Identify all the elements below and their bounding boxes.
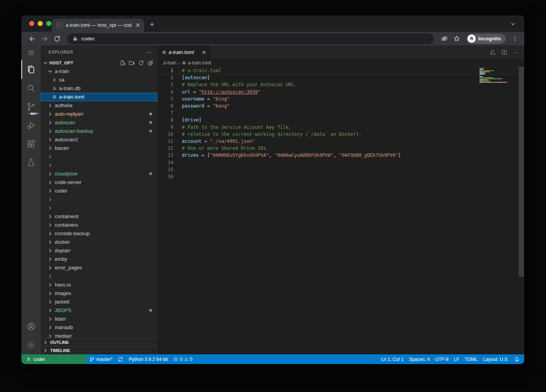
code-line-13[interactable]: 13drives = ["0AMdbDu5YgKbsUk9PVA", "0AN6…: [157, 152, 524, 159]
eol-status[interactable]: LF: [451, 354, 462, 364]
browser-menu-kebab-icon[interactable]: ⋮: [509, 35, 520, 42]
source-control-icon[interactable]: 9K+: [21, 97, 41, 116]
code-line-9[interactable]: 9# Path to the Service Account key file,: [157, 124, 524, 131]
editor-more-actions-icon[interactable]: ⋯: [513, 49, 519, 56]
code-line-6[interactable]: 6password = "bang": [157, 102, 524, 109]
tree-file-a-train.db[interactable]: a-train.db: [41, 84, 157, 93]
keyboard-layout-status[interactable]: Layout: U.S.: [480, 354, 511, 364]
code-line-7[interactable]: 7: [157, 109, 524, 116]
language-mode-status[interactable]: TOML: [462, 354, 480, 364]
tree-folder-unnamed[interactable]: [41, 195, 157, 204]
tree-folder-mariadb[interactable]: mariadb: [41, 323, 157, 332]
encoding-status[interactable]: UTF-8: [433, 354, 451, 364]
code-line-3[interactable]: 3# Replace the URL with your Autoscan UR…: [157, 81, 524, 88]
refresh-icon[interactable]: [138, 60, 144, 66]
breadcrumb-file[interactable]: a-train.toml: [188, 60, 211, 66]
breadcrumb[interactable]: a-train › ⚙ a-train.toml: [157, 59, 524, 67]
tree-folder-autoscan2[interactable]: autoscan2: [41, 135, 157, 144]
tree-folder-cloudplow[interactable]: cloudplow: [41, 170, 157, 178]
tree-folder-unnamed[interactable]: [41, 153, 157, 161]
git-branch-status[interactable]: master*: [87, 354, 115, 364]
reload-button[interactable]: [52, 33, 63, 44]
problems-status[interactable]: 0 ⚠ 0: [171, 354, 195, 364]
testing-beaker-icon[interactable]: [21, 153, 41, 172]
collapse-all-icon[interactable]: [147, 60, 154, 66]
tree-folder-images[interactable]: images: [41, 289, 157, 298]
editor-scrollbar[interactable]: [519, 67, 524, 277]
cursor-position-status[interactable]: Ln 1, Col 1: [378, 354, 406, 364]
tree-folder-coder[interactable]: coder: [41, 187, 157, 195]
tree-folder-auto-replyarr[interactable]: auto-replyarr: [41, 110, 157, 118]
tree-folder-crontab-backup[interactable]: crontab-backup: [41, 229, 157, 238]
tree-folder-jackett[interactable]: jackett: [41, 298, 157, 306]
code-line-14[interactable]: 14: [157, 159, 524, 166]
editor-tab[interactable]: ⚙ a-train.toml ✕: [157, 45, 210, 59]
sidebar-more-actions-icon[interactable]: ⋯: [146, 49, 152, 55]
settings-gear-icon[interactable]: [21, 336, 41, 354]
new-tab-button[interactable]: +: [150, 20, 154, 29]
new-folder-icon[interactable]: [129, 60, 135, 66]
indentation-status[interactable]: Spaces: 4: [406, 354, 432, 364]
tree-folder-unnamed[interactable]: [41, 161, 157, 170]
code-line-8[interactable]: 8[drive]: [157, 116, 524, 123]
workspace-section-header[interactable]: HOST_OPT: [41, 59, 157, 67]
run-debug-icon[interactable]: [21, 116, 41, 135]
code-editor[interactable]: 1# a-train.toml2[autoscan]3# Replace the…: [157, 67, 524, 354]
tree-folder-containers[interactable]: containers: [41, 221, 157, 229]
tree-folder-JBOPS[interactable]: JBOPS: [41, 306, 157, 315]
breadcrumb-folder[interactable]: a-train: [163, 60, 176, 66]
timeline-section[interactable]: TIMELINE: [41, 346, 157, 354]
extensions-icon[interactable]: [21, 135, 41, 153]
split-editor-icon[interactable]: [501, 49, 508, 56]
code-line-2[interactable]: 2[autoscan]: [157, 74, 524, 81]
tree-folder-error_pages[interactable]: error_pages: [41, 264, 157, 272]
editor-tab-close-icon[interactable]: ✕: [202, 49, 206, 56]
tree-folder-hass.io[interactable]: hass.io: [41, 281, 157, 289]
back-button[interactable]: [27, 33, 38, 44]
tree-folder-unnamed[interactable]: [41, 272, 157, 281]
tree-file-a-train.toml[interactable]: ⚙a-train.toml: [41, 93, 157, 101]
tree-folder-unnamed[interactable]: [41, 204, 157, 212]
tab-close-icon[interactable]: ✕: [135, 22, 140, 29]
search-icon[interactable]: [21, 79, 41, 97]
outline-section[interactable]: OUTLINE: [41, 338, 157, 346]
code-line-5[interactable]: 5username = "bing": [157, 95, 524, 102]
tree-folder-authelia[interactable]: authelia: [41, 101, 157, 110]
tree-folder-lidarr[interactable]: lidarr: [41, 315, 157, 323]
tree-folder-emby[interactable]: emby: [41, 255, 157, 264]
tree-folder-autoscan-backup[interactable]: autoscan-backup: [41, 127, 157, 135]
minimize-window-button[interactable]: [38, 21, 43, 26]
close-window-button[interactable]: [29, 21, 34, 26]
browser-tab[interactable]: a-train.toml — host_opt — cod ✕: [52, 19, 144, 32]
forward-button[interactable]: [39, 33, 50, 44]
url-bar[interactable]: coder.: [67, 33, 434, 44]
eye-blocked-icon[interactable]: [439, 33, 450, 44]
tree-folder-code-server[interactable]: code-server: [41, 178, 157, 187]
tree-folder-containerd[interactable]: containerd: [41, 212, 157, 221]
tree-folder-mediarr[interactable]: mediarr: [41, 332, 157, 338]
sync-status[interactable]: [115, 354, 126, 364]
new-file-icon[interactable]: [119, 60, 126, 66]
tree-folder-doplarr[interactable]: doplarr: [41, 246, 157, 255]
tree-folder-autoscan[interactable]: autoscan: [41, 118, 157, 127]
code-line-10[interactable]: 10# relative to the current working dire…: [157, 131, 524, 138]
tree-folder-docker[interactable]: docker: [41, 238, 157, 246]
tree-folder-sa[interactable]: sa: [41, 76, 157, 84]
notifications-status[interactable]: [511, 354, 524, 364]
tree-folder-bazarr[interactable]: bazarr: [41, 144, 157, 153]
bookmark-star-icon[interactable]: [452, 33, 462, 44]
tree-folder-a-train[interactable]: a-train: [41, 67, 157, 76]
explorer-icon[interactable]: [21, 60, 41, 79]
tab-search-chevron-icon[interactable]: [510, 21, 516, 27]
code-line-11[interactable]: 11account = "./sa/4991.json": [157, 138, 524, 145]
zoom-window-button[interactable]: [46, 21, 51, 26]
menu-hamburger-icon[interactable]: [21, 45, 41, 60]
code-line-16[interactable]: 16: [157, 173, 524, 180]
account-icon[interactable]: [21, 317, 41, 336]
code-line-1[interactable]: 1# a-train.toml: [157, 67, 524, 74]
remote-indicator[interactable]: coder.: [21, 354, 87, 364]
code-line-4[interactable]: 4url = "http://autoscan:3030": [157, 88, 524, 95]
python-interpreter-status[interactable]: Python 3.9.2 64-bit: [126, 354, 171, 364]
code-line-15[interactable]: 15: [157, 166, 524, 173]
minimap[interactable]: [480, 68, 510, 87]
